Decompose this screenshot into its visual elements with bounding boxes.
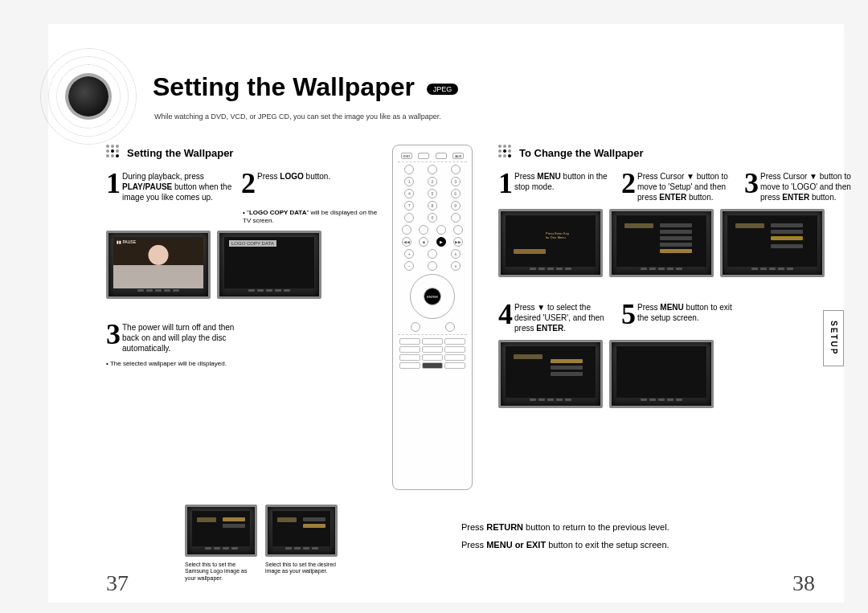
- tv-screen-exit: [609, 340, 714, 408]
- section-heading-left: Setting the Wallpaper: [106, 145, 379, 161]
- page-number-right: 38: [792, 570, 815, 596]
- step-text: During playback, press PLAY/PAUSE button…: [122, 169, 235, 202]
- step-text: The power will turn off and then back on…: [122, 320, 235, 353]
- bottom-thumbnails: Select this to set the Samsung Logo imag…: [185, 505, 338, 582]
- right-step-3: 3 Press Cursor ▼ button to move to 'LOGO…: [744, 169, 861, 202]
- dot-grid-icon: [106, 145, 122, 161]
- tv-thumb-user-image: [265, 505, 338, 557]
- thumb-caption-1: Select this to set the Samsung Logo imag…: [185, 562, 257, 582]
- thumb-caption-2: Select this to set the desired image as …: [265, 562, 338, 575]
- right-heading: To Change the Wallpaper: [519, 147, 644, 159]
- right-step-1: 1 Press MENU button in the stop mode.: [498, 169, 615, 202]
- page-title: Setting the Wallpaper JPEG: [153, 72, 458, 102]
- tv-screen-logo: [720, 209, 825, 277]
- left-heading: Setting the Wallpaper: [127, 147, 233, 159]
- speaker-decoration: [40, 48, 137, 145]
- right-step-2: 2 Press Cursor ▼ button to move to 'Setu…: [621, 169, 738, 202]
- step-number: 2: [241, 169, 256, 198]
- tv-screen-user: [498, 340, 603, 408]
- section-heading-right: To Change the Wallpaper: [498, 145, 868, 161]
- left-column: Setting the Wallpaper 1 During playback,…: [106, 145, 379, 373]
- step-number: 1: [106, 169, 121, 198]
- info-line-2: Press MENU or EXIT button to exit the se…: [461, 540, 815, 550]
- note-logo-copy: "LOGO COPY DATA" will be displayed on th…: [243, 209, 379, 226]
- tv-thumb-samsung-logo: [185, 505, 257, 557]
- dot-grid-icon: [498, 145, 514, 161]
- subtitle-text: While watching a DVD, VCD, or JPEG CD, y…: [154, 112, 441, 121]
- title-text: Setting the Wallpaper: [153, 72, 415, 101]
- left-step-3: 3 The power will turn off and then back …: [106, 320, 235, 353]
- right-step-5: 5 Press MENU button to exit the setup sc…: [621, 300, 738, 333]
- info-line-1: Press RETURN button to return to the pre…: [461, 522, 815, 532]
- remote-control-illustration: DVDAUX 123 456 789 0 ◀◀■▶▶▶ +∧ −∨ ENTER: [392, 145, 473, 490]
- note-selected-wp: The selected wallpaper will be displayed…: [106, 360, 379, 368]
- enter-button-icon: ENTER: [424, 288, 441, 305]
- step-text: Press LOGO button.: [257, 169, 330, 182]
- tv-screen-setup: [609, 209, 714, 277]
- nav-pad: ENTER: [410, 274, 455, 319]
- jpeg-badge: JPEG: [427, 84, 459, 95]
- left-step-1: 1 During playback, press PLAY/PAUSE butt…: [106, 169, 235, 202]
- right-column: To Change the Wallpaper 1 Press MENU but…: [498, 145, 868, 413]
- tv-screen-menu: Press Enter Keyfor Disc Menu: [498, 209, 603, 277]
- left-step-2: 2 Press LOGO button.: [241, 169, 370, 202]
- side-tab-setup: SETUP: [823, 310, 844, 366]
- page-number-left: 37: [106, 570, 129, 596]
- step-number: 3: [106, 320, 121, 349]
- right-step-4: 4 Press ▼ to select the desired 'USER', …: [498, 300, 615, 333]
- tv-screen-logo-copy: LOGO COPY DATA: [217, 231, 321, 299]
- info-box: Press RETURN button to return to the pre…: [461, 514, 815, 558]
- tv-screen-pause: ▮▮ PAUSE: [106, 231, 211, 299]
- logo-copy-label: LOGO COPY DATA: [229, 240, 276, 247]
- manual-page: Setting the Wallpaper JPEG While watchin…: [48, 24, 844, 603]
